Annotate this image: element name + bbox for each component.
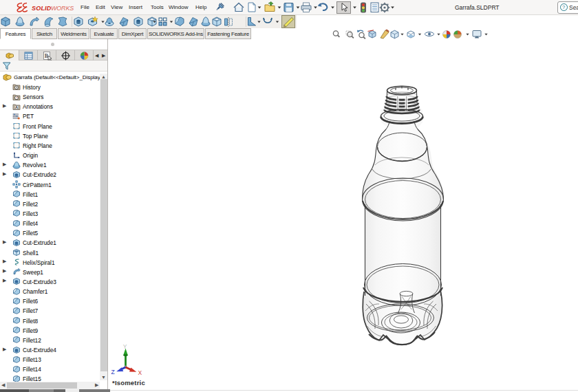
svg-text:Y: Y [123, 343, 127, 350]
svg-text:Z: Z [111, 369, 115, 375]
svg-text:X: X [138, 369, 142, 376]
